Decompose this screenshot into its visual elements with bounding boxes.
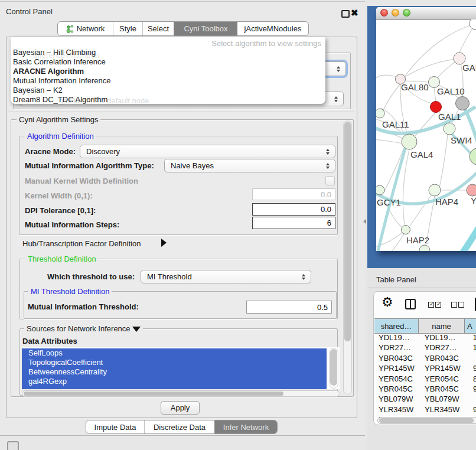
divider-collapse-icon[interactable] <box>363 219 366 224</box>
column-header-a[interactable]: A <box>465 319 476 333</box>
svg-text:GAL1: GAL1 <box>438 112 461 122</box>
mi-threshold-definition-title: MI Threshold Definition <box>28 287 112 296</box>
network-icon <box>66 25 74 33</box>
list-vscrollbar-thumb[interactable] <box>330 349 337 386</box>
float-window-icon[interactable] <box>341 10 350 18</box>
hub-definition-label[interactable]: Hub/Transcription Factor Definition <box>22 239 141 248</box>
tab-select[interactable]: Select <box>142 22 174 35</box>
window-title: Control Panel <box>6 7 53 16</box>
table-row[interactable]: YBR043CYBR043C <box>374 354 476 364</box>
column-header-shared[interactable]: shared… <box>374 319 419 333</box>
close-traffic-light[interactable] <box>380 9 388 17</box>
table-row[interactable]: YPR145WYPR145W9. <box>374 364 476 374</box>
list-item[interactable]: gal4RGexp <box>22 377 327 386</box>
aracne-mode-combo[interactable]: Discovery <box>80 145 335 158</box>
cyni-algorithm-settings-title: Cyni Algorithm Settings <box>17 115 100 124</box>
threshold-definition-title: Threshold Definition <box>25 255 99 263</box>
mini-panel-icon[interactable] <box>7 441 19 450</box>
zoom-traffic-light[interactable] <box>403 9 410 17</box>
tab-impute-data[interactable]: Impute Data <box>86 420 144 433</box>
svg-text:HAP4: HAP4 <box>435 197 458 207</box>
table-row[interactable]: YDR27…YDR27…12 <box>374 343 476 353</box>
svg-text:GAL11: GAL11 <box>382 119 409 129</box>
combo-spinner-icon <box>334 96 338 102</box>
which-threshold-label: Which threshold to use: <box>47 272 135 281</box>
mi-type-combo[interactable]: Naive Bayes <box>164 159 335 172</box>
svg-text:SWI4: SWI4 <box>451 135 472 145</box>
list-item[interactable]: BetweennessCentrality <box>22 367 327 377</box>
which-threshold-combo[interactable]: MI Threshold <box>141 270 311 283</box>
dropdown-item[interactable]: Basic Correlation Inference <box>13 57 320 67</box>
list-item[interactable]: SelfLoops <box>22 348 327 358</box>
dropdown-item[interactable]: Bayesian – K2 <box>13 86 320 95</box>
network-window-titlebar[interactable] <box>376 7 476 20</box>
svg-text:GAL10: GAL10 <box>437 86 465 96</box>
tab-style[interactable]: Style <box>113 22 142 35</box>
tab-cyni-toolbox[interactable]: Cyni Toolbox <box>174 22 237 35</box>
dropdown-item[interactable]: Bayesian – Hill Climbing <box>13 48 320 57</box>
dpi-tolerance-field[interactable]: 0.0 <box>252 203 335 216</box>
tab-infer-network[interactable]: Infer Network <box>214 420 277 433</box>
manual-kernel-checkbox[interactable] <box>325 176 335 185</box>
table-hscrollbar[interactable] <box>377 417 476 424</box>
data-attributes-list: SelfLoops TopologicalCoefficient Between… <box>22 347 340 389</box>
mi-threshold-field[interactable]: 0.5 <box>246 301 332 314</box>
data-attributes-label: Data Attributes <box>22 337 77 345</box>
close-icon[interactable]: ✖ <box>351 8 358 18</box>
algorithm-definition-title: Algorithm Definition <box>25 132 96 141</box>
mi-steps-label: Mutual Information Steps: <box>25 220 119 229</box>
list-vertical-scrollbar[interactable] <box>329 348 338 389</box>
minimize-traffic-light[interactable] <box>392 9 399 17</box>
dropdown-item[interactable]: Dream8 DC_TDC Algorithm <box>13 95 320 105</box>
algorithm-dropdown: Select algorithm to view settings Infere… <box>11 37 325 104</box>
dropdown-item[interactable]: Mutual Information Inference <box>13 76 320 86</box>
svg-text:GAL: GAL <box>462 63 476 73</box>
table-row[interactable]: YLR345WYLR345W9. <box>374 405 476 415</box>
combo-spinner-icon <box>302 274 305 280</box>
tab-network[interactable]: Network <box>58 22 113 35</box>
columns-icon[interactable] <box>405 299 416 309</box>
apply-button[interactable]: Apply <box>161 401 200 415</box>
mi-threshold-label: Mutual Information Threshold: <box>28 302 139 311</box>
control-panel-tabs: Network Style Select Cyni Toolbox jActiv… <box>57 21 309 36</box>
dropdown-placeholder: Select algorithm to view settings <box>211 39 321 48</box>
table-panel-section: Table Panel ⚙ ✓ ✓ shared… name <box>367 268 476 450</box>
settings-scrollbar[interactable] <box>343 120 352 394</box>
dropdown-item-selected[interactable]: ARACNE Algorithm <box>13 67 320 76</box>
network-window: GAL GAL80 GAL10 GAL1 GAL11 SWI4 GAL4 GCY… <box>376 7 476 251</box>
table-row[interactable]: YDL19…YDL19…13 <box>374 333 476 343</box>
table-row[interactable]: YBR045CYBR045C9. <box>374 384 476 394</box>
hub-expand-icon[interactable] <box>161 239 167 247</box>
column-header-name[interactable]: name <box>419 319 465 333</box>
control-panel-window: Control Panel ✖ Network Style Select Cyn… <box>0 1 365 436</box>
table-card: ⚙ ✓ ✓ shared… name A YDL19…YDL19 <box>373 291 476 425</box>
table-hscrollbar-thumb[interactable] <box>379 418 474 423</box>
tab-jactivemnodules[interactable]: jActiveMNodules <box>237 22 308 35</box>
settings-scrollbar-thumb[interactable] <box>344 122 351 341</box>
list-item[interactable]: TopologicalCoefficient <box>22 358 327 367</box>
combo-spinner-icon <box>326 149 330 155</box>
table-rows: YDL19…YDL19…13 YDR27…YDR27…12 YBR043CYBR… <box>374 333 476 418</box>
gear-icon[interactable]: ⚙ <box>382 296 393 309</box>
table-row[interactable]: YBL079WYBL079W <box>374 394 476 405</box>
tab-discretize-data[interactable]: Discretize Data <box>144 420 214 433</box>
svg-text:GAL80: GAL80 <box>401 82 429 92</box>
combo-spinner-icon <box>337 66 340 72</box>
kernel-width-field[interactable]: 0.0 <box>252 188 335 200</box>
table-panel-title: Table Panel <box>376 275 416 284</box>
list-hscrollbar-thumb[interactable] <box>24 392 283 396</box>
mi-type-label: Mutual Information Algorithm Type: <box>25 161 154 170</box>
network-canvas[interactable]: GAL GAL80 GAL10 GAL1 GAL11 SWI4 GAL4 GCY… <box>376 19 476 251</box>
svg-text:GAL4: GAL4 <box>410 149 433 159</box>
dpi-tolerance-label: DPI Tolerance [0,1]: <box>25 206 96 215</box>
aracne-mode-label: Aracne Mode: <box>25 147 76 156</box>
collapse-icon[interactable] <box>132 327 141 332</box>
svg-text:HAP2: HAP2 <box>406 235 429 245</box>
table-row[interactable]: YER054CYER054C8. <box>374 374 476 384</box>
table-toolbar: ⚙ ✓ ✓ <box>374 292 476 318</box>
table-header: shared… name A <box>374 318 476 334</box>
list-horizontal-scrollbar[interactable] <box>22 390 340 397</box>
list-item-partial[interactable] <box>22 386 327 389</box>
svg-text:Y: Y <box>471 195 476 206</box>
mi-steps-field[interactable]: 6 <box>252 217 335 229</box>
